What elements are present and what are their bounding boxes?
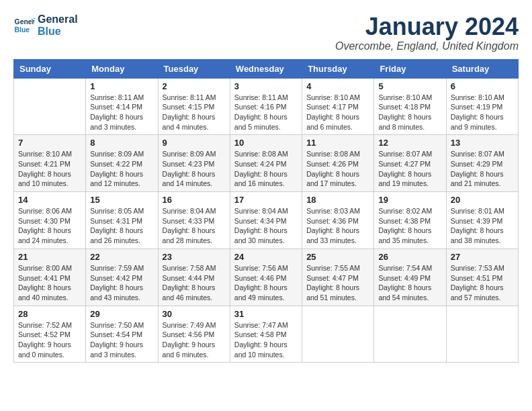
- calendar-cell: 19Sunrise: 8:02 AM Sunset: 4:38 PM Dayli…: [374, 192, 446, 249]
- day-number: 26: [378, 252, 441, 262]
- day-info: Sunrise: 8:01 AM Sunset: 4:39 PM Dayligh…: [451, 206, 514, 246]
- day-number: 18: [306, 195, 369, 205]
- day-number: 21: [18, 252, 81, 262]
- calendar-cell: [374, 306, 446, 363]
- calendar-cell: 22Sunrise: 7:59 AM Sunset: 4:42 PM Dayli…: [86, 248, 158, 306]
- calendar-cell: 6Sunrise: 8:10 AM Sunset: 4:19 PM Daylig…: [446, 78, 518, 135]
- location: Overcombe, England, United Kingdom: [335, 40, 519, 52]
- day-number: 9: [163, 138, 226, 148]
- logo-line1: General: [38, 13, 78, 26]
- calendar-cell: 14Sunrise: 8:06 AM Sunset: 4:30 PM Dayli…: [14, 192, 86, 249]
- calendar-cell: 24Sunrise: 7:56 AM Sunset: 4:46 PM Dayli…: [230, 248, 302, 306]
- day-info: Sunrise: 7:56 AM Sunset: 4:46 PM Dayligh…: [234, 263, 298, 303]
- day-number: 22: [90, 252, 153, 262]
- day-number: 13: [451, 138, 514, 148]
- day-number: 1: [90, 81, 153, 91]
- calendar-cell: [14, 78, 86, 135]
- calendar-cell: 8Sunrise: 8:09 AM Sunset: 4:22 PM Daylig…: [86, 135, 158, 192]
- calendar-cell: 25Sunrise: 7:55 AM Sunset: 4:47 PM Dayli…: [302, 248, 374, 306]
- calendar-week-row: 21Sunrise: 8:00 AM Sunset: 4:41 PM Dayli…: [14, 248, 519, 306]
- calendar-cell: 20Sunrise: 8:01 AM Sunset: 4:39 PM Dayli…: [446, 192, 518, 249]
- day-number: 17: [234, 195, 298, 205]
- day-info: Sunrise: 8:04 AM Sunset: 4:33 PM Dayligh…: [163, 206, 226, 246]
- day-info: Sunrise: 8:10 AM Sunset: 4:21 PM Dayligh…: [18, 149, 81, 189]
- day-info: Sunrise: 8:11 AM Sunset: 4:15 PM Dayligh…: [163, 93, 226, 132]
- logo: General Blue General Blue: [13, 13, 78, 37]
- day-info: Sunrise: 8:07 AM Sunset: 4:27 PM Dayligh…: [378, 149, 441, 189]
- day-info: Sunrise: 7:52 AM Sunset: 4:52 PM Dayligh…: [18, 320, 81, 360]
- day-number: 15: [90, 195, 153, 205]
- day-header-sunday: Sunday: [14, 59, 86, 78]
- day-header-thursday: Thursday: [302, 59, 374, 78]
- day-number: 29: [90, 309, 153, 319]
- day-number: 8: [90, 138, 153, 148]
- calendar-cell: 7Sunrise: 8:10 AM Sunset: 4:21 PM Daylig…: [14, 135, 86, 192]
- day-number: 4: [306, 81, 369, 91]
- day-number: 23: [163, 252, 226, 262]
- month-title: January 2024: [335, 13, 519, 40]
- day-number: 24: [234, 252, 298, 262]
- day-info: Sunrise: 8:11 AM Sunset: 4:14 PM Dayligh…: [90, 93, 153, 132]
- calendar-cell: 3Sunrise: 8:11 AM Sunset: 4:16 PM Daylig…: [230, 78, 302, 135]
- day-number: 16: [163, 195, 226, 205]
- day-number: 11: [306, 138, 369, 148]
- calendar-cell: 13Sunrise: 8:07 AM Sunset: 4:29 PM Dayli…: [446, 135, 518, 192]
- calendar-cell: 18Sunrise: 8:03 AM Sunset: 4:36 PM Dayli…: [302, 192, 374, 249]
- calendar-cell: 27Sunrise: 7:53 AM Sunset: 4:51 PM Dayli…: [446, 248, 518, 306]
- calendar-cell: 11Sunrise: 8:08 AM Sunset: 4:26 PM Dayli…: [302, 135, 374, 192]
- day-header-saturday: Saturday: [446, 59, 518, 78]
- day-number: 19: [378, 195, 441, 205]
- day-header-wednesday: Wednesday: [230, 59, 302, 78]
- calendar-cell: 15Sunrise: 8:05 AM Sunset: 4:31 PM Dayli…: [86, 192, 158, 249]
- calendar-cell: 2Sunrise: 8:11 AM Sunset: 4:15 PM Daylig…: [158, 78, 230, 135]
- calendar-cell: 31Sunrise: 7:47 AM Sunset: 4:58 PM Dayli…: [230, 306, 302, 363]
- logo-icon: General Blue: [13, 15, 35, 36]
- day-number: 5: [378, 81, 441, 91]
- calendar-cell: 1Sunrise: 8:11 AM Sunset: 4:14 PM Daylig…: [86, 78, 158, 135]
- calendar-week-row: 7Sunrise: 8:10 AM Sunset: 4:21 PM Daylig…: [14, 135, 519, 192]
- logo-line2: Blue: [38, 26, 78, 38]
- day-info: Sunrise: 8:09 AM Sunset: 4:22 PM Dayligh…: [90, 149, 153, 189]
- day-number: 14: [18, 195, 81, 205]
- day-info: Sunrise: 7:55 AM Sunset: 4:47 PM Dayligh…: [306, 263, 369, 303]
- calendar-cell: 30Sunrise: 7:49 AM Sunset: 4:56 PM Dayli…: [158, 306, 230, 363]
- day-number: 28: [18, 309, 81, 319]
- day-info: Sunrise: 7:49 AM Sunset: 4:56 PM Dayligh…: [163, 320, 226, 360]
- calendar-cell: 17Sunrise: 8:04 AM Sunset: 4:34 PM Dayli…: [230, 192, 302, 249]
- day-info: Sunrise: 7:53 AM Sunset: 4:51 PM Dayligh…: [451, 263, 514, 303]
- day-info: Sunrise: 8:10 AM Sunset: 4:19 PM Dayligh…: [451, 93, 514, 132]
- day-header-tuesday: Tuesday: [158, 59, 230, 78]
- svg-text:Blue: Blue: [15, 26, 30, 33]
- day-info: Sunrise: 8:08 AM Sunset: 4:26 PM Dayligh…: [306, 149, 369, 189]
- calendar-cell: 16Sunrise: 8:04 AM Sunset: 4:33 PM Dayli…: [158, 192, 230, 249]
- calendar-cell: 26Sunrise: 7:54 AM Sunset: 4:49 PM Dayli…: [374, 248, 446, 306]
- day-info: Sunrise: 8:05 AM Sunset: 4:31 PM Dayligh…: [90, 206, 153, 246]
- day-number: 27: [451, 252, 514, 262]
- day-info: Sunrise: 8:06 AM Sunset: 4:30 PM Dayligh…: [18, 206, 81, 246]
- calendar-week-row: 28Sunrise: 7:52 AM Sunset: 4:52 PM Dayli…: [14, 306, 519, 363]
- day-info: Sunrise: 8:00 AM Sunset: 4:41 PM Dayligh…: [18, 263, 81, 303]
- calendar-week-row: 1Sunrise: 8:11 AM Sunset: 4:14 PM Daylig…: [14, 78, 519, 135]
- calendar-cell: 5Sunrise: 8:10 AM Sunset: 4:18 PM Daylig…: [374, 78, 446, 135]
- day-info: Sunrise: 8:02 AM Sunset: 4:38 PM Dayligh…: [378, 206, 441, 246]
- day-number: 3: [234, 81, 298, 91]
- day-info: Sunrise: 7:59 AM Sunset: 4:42 PM Dayligh…: [90, 263, 153, 303]
- calendar-cell: 9Sunrise: 8:09 AM Sunset: 4:23 PM Daylig…: [158, 135, 230, 192]
- day-number: 30: [163, 309, 226, 319]
- day-info: Sunrise: 7:58 AM Sunset: 4:44 PM Dayligh…: [163, 263, 226, 303]
- day-number: 6: [451, 81, 514, 91]
- day-info: Sunrise: 7:50 AM Sunset: 4:54 PM Dayligh…: [90, 320, 153, 360]
- day-number: 31: [234, 309, 298, 319]
- calendar-cell: 10Sunrise: 8:08 AM Sunset: 4:24 PM Dayli…: [230, 135, 302, 192]
- day-number: 2: [163, 81, 226, 91]
- day-info: Sunrise: 8:08 AM Sunset: 4:24 PM Dayligh…: [234, 149, 298, 189]
- calendar-cell: 29Sunrise: 7:50 AM Sunset: 4:54 PM Dayli…: [86, 306, 158, 363]
- day-header-friday: Friday: [374, 59, 446, 78]
- day-info: Sunrise: 7:54 AM Sunset: 4:49 PM Dayligh…: [378, 263, 441, 303]
- title-area: January 2024 Overcombe, England, United …: [335, 13, 519, 52]
- day-info: Sunrise: 8:03 AM Sunset: 4:36 PM Dayligh…: [306, 206, 369, 246]
- day-info: Sunrise: 8:10 AM Sunset: 4:18 PM Dayligh…: [378, 93, 441, 132]
- day-number: 20: [451, 195, 514, 205]
- day-info: Sunrise: 8:10 AM Sunset: 4:17 PM Dayligh…: [306, 93, 369, 132]
- day-info: Sunrise: 8:09 AM Sunset: 4:23 PM Dayligh…: [163, 149, 226, 189]
